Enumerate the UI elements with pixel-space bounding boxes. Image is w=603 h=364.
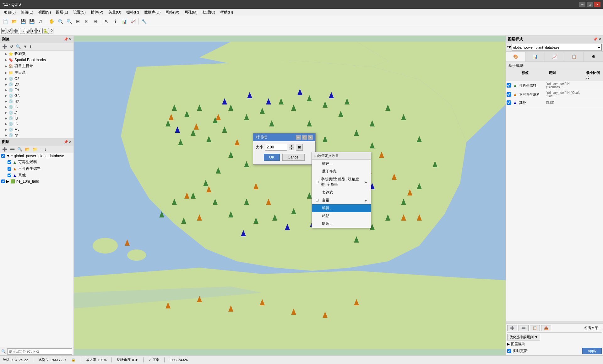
layers-pin-icon[interactable]: 📌 bbox=[64, 140, 68, 144]
zoom-full-button[interactable]: ⊞ bbox=[74, 17, 82, 25]
rule-check-nonrenewable[interactable] bbox=[507, 92, 511, 97]
ctx-item-paste[interactable]: 粘贴 bbox=[312, 212, 371, 220]
zoom-in-button[interactable]: 🔍 bbox=[56, 17, 64, 25]
browser-close-icon[interactable]: ✕ bbox=[69, 37, 72, 41]
browser-item-project-home[interactable]: ▶ 🏠 项目主目录 bbox=[0, 63, 73, 69]
select-feature-button[interactable]: ↖ bbox=[102, 17, 111, 25]
sublayer-check-renewable[interactable] bbox=[8, 160, 11, 164]
dialog-maximize-button[interactable]: □ bbox=[302, 135, 307, 140]
pan-button[interactable]: ✋ bbox=[47, 17, 56, 25]
size-input[interactable] bbox=[265, 144, 287, 151]
save-project-button[interactable]: 💾 bbox=[19, 17, 27, 25]
menu-edit[interactable]: 编辑(E) bbox=[18, 9, 36, 16]
ctx-item-field[interactable]: 属于字段 bbox=[312, 168, 371, 175]
sublayer-item-nonrenewable[interactable]: ▲ 不可再生燃料 bbox=[0, 165, 73, 172]
style-tab-categorized[interactable]: 📊 bbox=[525, 52, 545, 62]
rule-check-other[interactable] bbox=[507, 100, 511, 105]
browser-add-icon[interactable]: ➕ bbox=[1, 44, 8, 49]
ctx-item-edit[interactable]: 编辑... bbox=[312, 204, 371, 212]
statistics-button[interactable]: 📈 bbox=[129, 17, 137, 25]
help-button[interactable]: ? bbox=[50, 28, 53, 34]
zoom-layer-button[interactable]: ⊡ bbox=[83, 17, 91, 25]
print-layout-button[interactable]: 🖨 bbox=[36, 17, 45, 25]
browser-refresh-icon[interactable]: ↺ bbox=[9, 44, 14, 49]
layers-open-icon[interactable]: 📂 bbox=[24, 147, 31, 152]
close-button[interactable]: ✕ bbox=[594, 2, 600, 7]
spin-up-button[interactable]: ▲ bbox=[289, 144, 294, 147]
browser-item-h[interactable]: ▶ 💿 H:\ bbox=[0, 99, 73, 104]
layers-add-icon[interactable]: ➕ bbox=[1, 147, 8, 152]
browser-item-e[interactable]: ▶ 💿 E:\ bbox=[0, 87, 73, 93]
browser-item-i[interactable]: ▶ 💿 I:\ bbox=[0, 104, 73, 110]
lock-icon[interactable]: 🔒 bbox=[71, 358, 76, 362]
search-input[interactable] bbox=[7, 348, 72, 355]
sublayer-check-nonrenewable[interactable] bbox=[8, 167, 11, 171]
layers-up-icon[interactable]: ↑ bbox=[39, 147, 43, 152]
menu-vector[interactable]: 矢量(O) bbox=[106, 9, 124, 16]
browser-item-g[interactable]: ▶ 💿 G:\ bbox=[0, 93, 73, 99]
menu-mesh[interactable]: 网孔(M) bbox=[182, 9, 200, 16]
browser-item-k[interactable]: ▶ 💿 K\ bbox=[0, 115, 73, 121]
layers-close-icon[interactable]: ✕ bbox=[69, 140, 72, 144]
browser-item-d[interactable]: ▶ 💿 D:\ bbox=[0, 82, 73, 87]
style-tab-single[interactable]: 🎨 bbox=[506, 52, 525, 62]
layer-item-land[interactable]: ▶ 🟩 ne_10m_land bbox=[0, 179, 73, 184]
layer-item-gpd[interactable]: ▼ • global_power_plant_database bbox=[0, 153, 73, 159]
menu-help[interactable]: 帮助(H) bbox=[218, 9, 236, 16]
browser-pin-icon[interactable]: 📌 bbox=[64, 37, 68, 41]
style-tab-pointcluster[interactable]: ⚙ bbox=[584, 52, 603, 62]
edit-button[interactable]: 🖊 bbox=[7, 28, 12, 34]
sublayer-item-renewable[interactable]: ▲ 可再生燃料 bbox=[0, 159, 73, 165]
layers-close-all-icon[interactable]: 📁 bbox=[31, 147, 38, 152]
rule-row-nonrenewable[interactable]: ▲ 不可再生燃料 "primary_fuel" IN ('Coal', 'Gas… bbox=[506, 90, 603, 99]
ctx-item-describe[interactable]: 描述... bbox=[312, 160, 371, 168]
move-feature-button[interactable]: ↔ bbox=[20, 28, 25, 34]
style-tab-rulebased[interactable]: 📋 bbox=[564, 52, 584, 62]
browser-item-bookmarks[interactable]: ▶ 🔖 Spatial Bookmarks bbox=[0, 57, 73, 63]
menu-view[interactable]: 视图(V) bbox=[36, 9, 53, 16]
layer-check-gpd[interactable] bbox=[1, 154, 5, 158]
style-tab-graduated[interactable]: 📈 bbox=[545, 52, 564, 62]
layers-down-icon[interactable]: ↓ bbox=[44, 147, 48, 152]
sublayer-check-other[interactable] bbox=[8, 174, 11, 177]
apply-button[interactable]: Apply bbox=[582, 348, 602, 354]
digitize-button[interactable]: ✏ bbox=[1, 28, 6, 34]
ctx-item-fieldtype[interactable]: ☐ 字段类型: 整型, 双精度型, 字符串 ▶ bbox=[312, 175, 371, 189]
identify-button[interactable]: ℹ bbox=[111, 17, 119, 25]
scrollbar-track[interactable] bbox=[506, 321, 603, 324]
python-console-button[interactable]: 🐍 bbox=[42, 28, 49, 34]
spin-down-button[interactable]: ▼ bbox=[289, 147, 294, 150]
rule-check-renewable[interactable] bbox=[507, 83, 511, 88]
menu-layer[interactable]: 图层(L) bbox=[53, 9, 71, 16]
plugins-button[interactable]: 🔧 bbox=[140, 17, 148, 25]
browser-item-favorites[interactable]: ▶ ⭐ 收藏夹 bbox=[0, 51, 73, 57]
zoom-out-button[interactable]: 🔍 bbox=[65, 17, 73, 25]
layers-filter-icon[interactable]: 🔍 bbox=[16, 147, 23, 152]
undo-button[interactable]: ↩ bbox=[31, 28, 36, 34]
size-icon-button[interactable]: ⊞ bbox=[296, 144, 303, 151]
ctx-item-variable[interactable]: ☐ 变量 ▶ bbox=[312, 196, 371, 204]
browser-item-j[interactable]: ▶ 💿 J\ bbox=[0, 110, 73, 115]
rule-row-renewable[interactable]: ▲ 可再生燃料 "primary_fuel" IN ('Biomass', '… bbox=[506, 81, 603, 90]
save-as-button[interactable]: 💾 bbox=[28, 17, 36, 25]
browser-collapse-icon[interactable]: ▼ bbox=[22, 44, 28, 49]
browser-item-c[interactable]: ▶ 💿 C:\ bbox=[0, 76, 73, 82]
layer-check-land[interactable] bbox=[1, 179, 5, 183]
menu-plugins[interactable]: 插件(P) bbox=[88, 9, 106, 16]
ctx-item-expression[interactable]: 表达式 bbox=[312, 189, 371, 196]
minimize-button[interactable]: ─ bbox=[579, 2, 585, 7]
menu-settings[interactable]: 设置(S) bbox=[71, 9, 88, 16]
menu-database[interactable]: 数据库(D) bbox=[142, 9, 163, 16]
dialog-minimize-button[interactable]: ─ bbox=[296, 135, 301, 140]
ctx-item-helper[interactable]: 助理... bbox=[312, 220, 371, 228]
node-tool-button[interactable]: ◎ bbox=[26, 28, 30, 34]
rule-row-other[interactable]: ▲ 其他 ELSE bbox=[506, 99, 603, 106]
dialog-close-button[interactable]: ✕ bbox=[308, 135, 313, 140]
paste-rule-button[interactable]: 📥 bbox=[541, 325, 551, 331]
browser-item-m[interactable]: ▶ 💿 M\ bbox=[0, 127, 73, 132]
maximize-button[interactable]: □ bbox=[587, 2, 593, 7]
attribute-table-button[interactable]: 📊 bbox=[120, 17, 128, 25]
add-feature-button[interactable]: ➕ bbox=[13, 28, 19, 34]
style-pin-icon[interactable]: 📌 bbox=[593, 37, 598, 41]
menu-project[interactable]: 项目(J) bbox=[1, 9, 18, 16]
